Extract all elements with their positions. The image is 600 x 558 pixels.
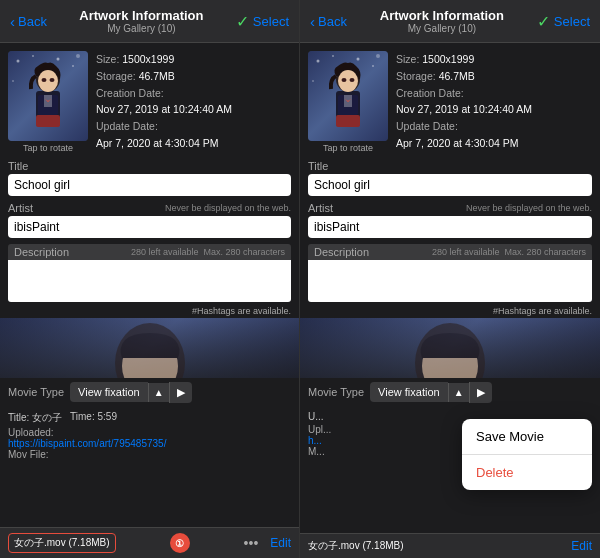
file-name-badge-left[interactable]: 女の子.mov (7.18MB) (8, 533, 116, 553)
svg-point-19 (372, 65, 374, 67)
thumbnail-left (8, 51, 88, 141)
edit-button-right[interactable]: Edit (571, 539, 592, 553)
thumbnail-wrap-right[interactable]: Tap to rotate (308, 51, 388, 141)
svg-point-26 (350, 78, 355, 82)
upload-info-left: Title: 女の子 Time: 5:59 Uploaded: https://… (0, 407, 299, 464)
artist-section-right: Artist Never be displayed on the web. ib… (300, 198, 600, 240)
content-left: Tap to rotate Size: 1500x1999 Storage: 4… (0, 43, 299, 527)
mov-label-right: M... (308, 446, 325, 457)
artwork-info-header-right: Tap to rotate Size: 1500x1999 Storage: 4… (300, 43, 600, 156)
svg-point-21 (312, 80, 314, 82)
svg-rect-13 (36, 115, 60, 127)
hashtag-note-left: #Hashtags are available. (0, 304, 299, 318)
badge-circle-left: ① (170, 533, 190, 553)
nav-bar-left: ‹ Back Artwork Information My Gallery (1… (0, 0, 299, 43)
checkmark-icon-left: ✓ (236, 12, 249, 31)
upload-link-left[interactable]: https://ibispaint.com/art/795485735/ (8, 438, 166, 449)
description-section-right: Description 280 left available Max. 280 … (300, 240, 600, 304)
gallery-label-left: My Gallery (10) (47, 23, 236, 34)
dots-icon-left[interactable]: ••• (244, 535, 259, 551)
svg-point-4 (76, 54, 80, 58)
mov-label-left: Mov File: (8, 449, 49, 460)
description-label-left: Description 280 left available Max. 280 … (8, 244, 291, 260)
tap-rotate-left: Tap to rotate (8, 143, 88, 153)
title-input-right[interactable]: School girl (308, 174, 592, 196)
gallery-label-right: My Gallery (10) (347, 23, 537, 34)
save-movie-button[interactable]: Save Movie (462, 419, 592, 455)
svg-point-10 (50, 78, 55, 82)
info-text-right: Size: 1500x1999 Storage: 46.7MB Creation… (396, 51, 532, 152)
title-label-right: Title (308, 160, 592, 172)
svg-point-17 (332, 55, 334, 57)
title-section-left: Title School girl (0, 156, 299, 198)
hashtag-note-right: #Hashtags are available. (300, 304, 600, 318)
upload-link-right[interactable]: h... (308, 435, 322, 446)
artist-input-left[interactable]: ibisPaint (8, 216, 291, 238)
svg-point-0 (17, 60, 20, 63)
uploaded-label-right: Upl... (308, 424, 331, 435)
nav-title-right: Artwork Information My Gallery (10) (347, 8, 537, 34)
description-input-left[interactable] (8, 260, 291, 302)
thumbnail-right (308, 51, 388, 141)
artist-label-left: Artist Never be displayed on the web. (8, 202, 291, 214)
artwork-info-header-left: Tap to rotate Size: 1500x1999 Storage: 4… (0, 43, 299, 156)
fixation-arrow-up-right[interactable]: ▲ (448, 383, 469, 402)
info-text-left: Size: 1500x1999 Storage: 46.7MB Creation… (96, 51, 232, 152)
delete-button[interactable]: Delete (462, 455, 592, 490)
movie-type-label-right: Movie Type (308, 386, 364, 398)
title-section-right: Title School girl (300, 156, 600, 198)
artist-label-right: Artist Never be displayed on the web. (308, 202, 592, 214)
svg-point-8 (38, 70, 58, 92)
view-fixation-button-right[interactable]: View fixation (370, 382, 448, 402)
bottom-bar-right: 女の子.mov (7.18MB) Edit (300, 533, 600, 558)
movie-type-row-left: Movie Type View fixation ▲ ▶ (0, 378, 299, 407)
popup-menu: Save Movie Delete (462, 419, 592, 490)
back-label-left: Back (18, 14, 47, 29)
back-chevron-right: ‹ (310, 13, 315, 30)
svg-point-20 (376, 54, 380, 58)
back-button-right[interactable]: ‹ Back (310, 13, 347, 30)
movie-type-label-left: Movie Type (8, 386, 64, 398)
svg-point-24 (338, 70, 358, 92)
select-button-right[interactable]: Select (554, 14, 590, 29)
view-fixation-button-left[interactable]: View fixation (70, 382, 148, 402)
title-input-left[interactable]: School girl (8, 174, 291, 196)
svg-point-25 (342, 78, 347, 82)
file-name-right: 女の子.mov (7.18MB) (308, 539, 404, 553)
right-panel: ‹ Back Artwork Information My Gallery (1… (300, 0, 600, 558)
upload-time-left: Time: 5:59 (70, 411, 117, 425)
tap-rotate-right: Tap to rotate (308, 143, 388, 153)
nav-title-left: Artwork Information My Gallery (10) (47, 8, 236, 34)
edit-button-left[interactable]: Edit (270, 536, 291, 550)
svg-rect-29 (336, 115, 360, 127)
artwork-bg-right (300, 318, 600, 378)
left-panel: ‹ Back Artwork Information My Gallery (1… (0, 0, 300, 558)
back-label-right: Back (318, 14, 347, 29)
uploaded-label-left: Uploaded: (8, 427, 54, 438)
description-section-left: Description 280 left available Max. 280 … (0, 240, 299, 304)
bottom-icons-left: ••• Edit (244, 535, 291, 551)
description-input-right[interactable] (308, 260, 592, 302)
upload-title-right: U... (308, 411, 324, 422)
svg-point-9 (42, 78, 47, 82)
upload-title-left: Title: 女の子 (8, 411, 62, 425)
svg-point-3 (72, 65, 74, 67)
back-button-left[interactable]: ‹ Back (10, 13, 47, 30)
movie-type-row-right: Movie Type View fixation ▲ ▶ (300, 378, 600, 407)
select-button-left[interactable]: Select (253, 14, 289, 29)
artist-input-right[interactable]: ibisPaint (308, 216, 592, 238)
thumbnail-wrap-left[interactable]: Tap to rotate (8, 51, 88, 141)
play-button-right[interactable]: ▶ (469, 382, 492, 403)
svg-point-2 (57, 58, 60, 61)
fixation-arrow-up-left[interactable]: ▲ (148, 383, 169, 402)
svg-point-18 (357, 58, 360, 61)
description-label-right: Description 280 left available Max. 280 … (308, 244, 592, 260)
artwork-bg-left (0, 318, 299, 378)
svg-point-16 (317, 60, 320, 63)
bottom-icons-right: Edit (571, 539, 592, 553)
play-button-left[interactable]: ▶ (169, 382, 192, 403)
artist-section-left: Artist Never be displayed on the web. ib… (0, 198, 299, 240)
nav-bar-right: ‹ Back Artwork Information My Gallery (1… (300, 0, 600, 43)
back-chevron-left: ‹ (10, 13, 15, 30)
svg-point-1 (32, 55, 34, 57)
